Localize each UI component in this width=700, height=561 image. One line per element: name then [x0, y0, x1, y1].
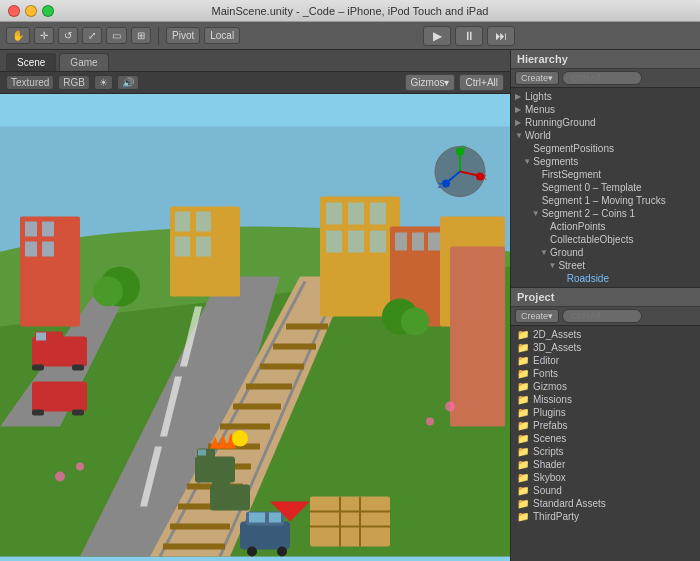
transform-tool-button[interactable]: ⊞ — [131, 27, 151, 44]
close-button[interactable] — [8, 5, 20, 17]
tree-arrow-icon[interactable]: ▶ — [515, 118, 525, 127]
svg-rect-54 — [72, 365, 84, 371]
indent — [523, 221, 531, 232]
tree-item[interactable]: FirstSegment — [511, 168, 700, 181]
tree-item-label: CollectableObjects — [550, 234, 633, 245]
tabs-row: Scene Game — [0, 50, 510, 72]
project-search[interactable] — [562, 309, 642, 323]
svg-rect-55 — [32, 382, 87, 412]
folder-icon: 📁 — [517, 446, 529, 457]
folder-icon: 📁 — [517, 368, 529, 379]
playback-controls: ▶ ⏸ ⏭ — [244, 26, 694, 46]
tree-arrow-placeholder — [540, 235, 550, 244]
tree-item[interactable]: ActionPoints — [511, 220, 700, 233]
move-tool-button[interactable]: ✛ — [34, 27, 54, 44]
rect-tool-button[interactable]: ▭ — [106, 27, 127, 44]
tree-item-label: Menus — [525, 104, 555, 115]
tree-item[interactable]: Roadside — [511, 272, 700, 285]
svg-rect-53 — [32, 365, 44, 371]
project-folder-item[interactable]: 📁Shader — [511, 458, 700, 471]
scene-canvas: Y X Z — [0, 94, 510, 561]
svg-point-72 — [277, 547, 287, 557]
indent — [515, 169, 523, 180]
window-title: MainScene.unity - _Code – iPhone, iPod T… — [212, 5, 489, 17]
textured-select[interactable]: Textured — [6, 75, 54, 90]
tree-arrow-icon[interactable]: ▼ — [540, 248, 550, 257]
tree-arrow-icon[interactable]: ▶ — [515, 105, 525, 114]
tree-item[interactable]: ▶RunningGround — [511, 116, 700, 129]
project-folder-item[interactable]: 📁Prefabs — [511, 419, 700, 432]
svg-text:X: X — [482, 174, 487, 181]
gizmos-button[interactable]: Gizmos▾ — [405, 74, 456, 91]
folder-label: Scripts — [533, 446, 564, 457]
hierarchy-create-button[interactable]: Create▾ — [515, 71, 559, 85]
maximize-button[interactable] — [42, 5, 54, 17]
hierarchy-tree[interactable]: ▶Lights▶Menus▶RunningGround▼World Segmen… — [511, 88, 700, 287]
pause-button[interactable]: ⏸ — [455, 26, 483, 46]
tree-arrow-icon[interactable]: ▼ — [548, 261, 558, 270]
indent — [515, 182, 523, 193]
tab-game[interactable]: Game — [59, 53, 108, 71]
tree-item[interactable]: ▶Menus — [511, 103, 700, 116]
tree-item[interactable]: ▼Street — [511, 259, 700, 272]
rotate-tool-button[interactable]: ↺ — [58, 27, 78, 44]
tree-item[interactable]: SegmentPositions — [511, 142, 700, 155]
project-folder-item[interactable]: 📁Plugins — [511, 406, 700, 419]
tree-item[interactable]: ▼Segment 2 – Coins 1 — [511, 207, 700, 220]
tree-item[interactable]: ▼Ground — [511, 246, 700, 259]
project-folder-item[interactable]: 📁2D_Assets — [511, 328, 700, 341]
project-create-button[interactable]: Create▾ — [515, 309, 559, 323]
tree-item[interactable]: ▶Lights — [511, 90, 700, 103]
tree-arrow-icon[interactable]: ▼ — [523, 157, 533, 166]
tree-arrow-icon[interactable]: ▼ — [515, 131, 525, 140]
tree-item[interactable]: Segment 0 – Template — [511, 181, 700, 194]
project-folder-item[interactable]: 📁3D_Assets — [511, 341, 700, 354]
project-tree[interactable]: 📁2D_Assets📁3D_Assets📁Editor📁Fonts📁Gizmos… — [511, 326, 700, 561]
indent — [532, 221, 540, 232]
project-folder-item[interactable]: 📁Scenes — [511, 432, 700, 445]
folder-icon: 📁 — [517, 394, 529, 405]
tree-item[interactable]: ▼Segments — [511, 155, 700, 168]
project-folder-item[interactable]: 📁Missions — [511, 393, 700, 406]
tree-item-label: Street — [558, 260, 585, 271]
local-button[interactable]: Local — [204, 27, 240, 44]
tree-item[interactable]: Segment 1 – Moving Trucks — [511, 194, 700, 207]
folder-icon: 📁 — [517, 420, 529, 431]
hierarchy-search[interactable] — [562, 71, 642, 85]
separator-1 — [158, 27, 159, 45]
indent — [515, 247, 523, 258]
scene-viewport[interactable]: Y X Z — [0, 94, 510, 561]
tree-arrow-icon[interactable]: ▶ — [515, 92, 525, 101]
scale-tool-button[interactable]: ⤢ — [82, 27, 102, 44]
step-button[interactable]: ⏭ — [487, 26, 515, 46]
audio-icon-btn[interactable]: 🔊 — [117, 75, 139, 90]
svg-point-49 — [401, 308, 429, 336]
tree-arrow-placeholder — [540, 222, 550, 231]
tree-arrow-icon[interactable]: ▼ — [532, 209, 542, 218]
hand-tool-button[interactable]: ✋ — [6, 27, 30, 44]
project-folder-item[interactable]: 📁ThirdParty — [511, 510, 700, 523]
project-folder-item[interactable]: 📁Editor — [511, 354, 700, 367]
tab-scene[interactable]: Scene — [6, 53, 56, 71]
project-folder-item[interactable]: 📁Standard Assets — [511, 497, 700, 510]
play-button[interactable]: ▶ — [423, 26, 451, 46]
tree-item[interactable]: ▼World — [511, 129, 700, 142]
ctrl-all-button[interactable]: Ctrl+All — [459, 74, 504, 91]
minimize-button[interactable] — [25, 5, 37, 17]
sun-icon-btn[interactable]: ☀ — [94, 75, 113, 90]
folder-label: Fonts — [533, 368, 558, 379]
project-folder-item[interactable]: 📁Scripts — [511, 445, 700, 458]
project-toolbar: Create▾ — [511, 307, 700, 326]
project-folder-item[interactable]: 📁Skybox — [511, 471, 700, 484]
project-folder-item[interactable]: 📁Sound — [511, 484, 700, 497]
indent — [523, 208, 531, 219]
pivot-button[interactable]: Pivot — [166, 27, 200, 44]
tree-item[interactable]: CollectableObjects — [511, 233, 700, 246]
project-folder-item[interactable]: 📁Gizmos — [511, 380, 700, 393]
project-section: Project Create▾ 📁2D_Assets📁3D_Assets📁Edi… — [511, 288, 700, 561]
svg-point-71 — [247, 547, 257, 557]
project-folder-item[interactable]: 📁Fonts — [511, 367, 700, 380]
tree-item-label: Segment 0 – Template — [542, 182, 642, 193]
rgb-select[interactable]: RGB — [58, 75, 90, 90]
indent — [532, 247, 540, 258]
